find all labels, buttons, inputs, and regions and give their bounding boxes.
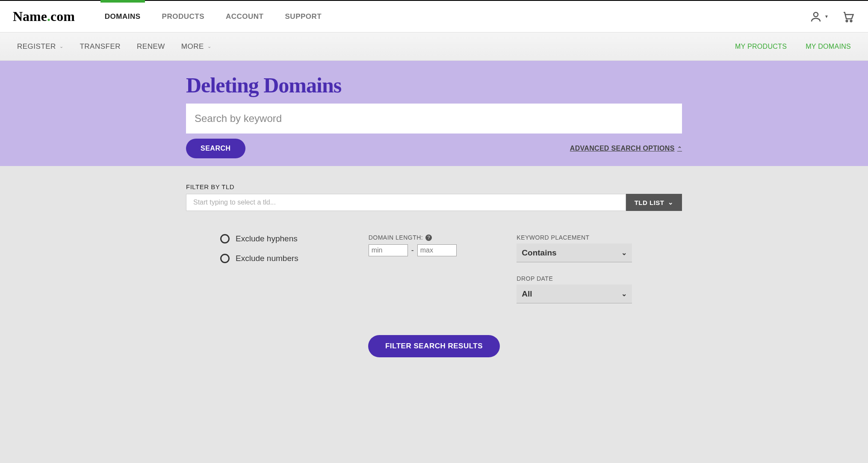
col-length: DOMAIN LENGTH: ? -: [369, 234, 500, 316]
link-my-domains[interactable]: MY DOMAINS: [806, 43, 851, 50]
drop-date-label: DROP DATE: [517, 275, 648, 282]
search-button[interactable]: SEARCH: [186, 139, 245, 158]
search-input[interactable]: [186, 104, 682, 134]
tld-input[interactable]: [186, 194, 626, 211]
caret-down-icon: ▼: [824, 14, 829, 19]
link-my-products[interactable]: MY PRODUCTS: [735, 43, 787, 50]
chevron-down-icon: ⌄: [668, 199, 674, 206]
logo-part1: Name: [13, 9, 47, 24]
subnav-transfer[interactable]: TRANSFER: [80, 42, 121, 51]
chevron-down-icon: ⌄: [59, 44, 64, 49]
subnav-register[interactable]: REGISTER ⌄: [17, 42, 63, 51]
advanced-search-label: ADVANCED SEARCH OPTIONS: [570, 145, 675, 152]
radio-icon: [220, 234, 230, 243]
keyword-placement-label: KEYWORD PLACEMENT: [517, 234, 648, 241]
chevron-down-icon: ⌄: [207, 44, 212, 49]
filter-search-button[interactable]: FILTER SEARCH RESULTS: [368, 335, 500, 357]
chevron-down-icon: ⌄: [621, 249, 627, 257]
sub-bar-right: MY PRODUCTS MY DOMAINS: [735, 43, 851, 50]
hero: Deleting Domains SEARCH ADVANCED SEARCH …: [0, 61, 868, 166]
domain-length-label: DOMAIN LENGTH: ?: [369, 234, 500, 241]
dash-separator: -: [411, 246, 414, 255]
advanced-search-toggle[interactable]: ADVANCED SEARCH OPTIONS ⌃: [570, 145, 682, 152]
logo-dot: .: [47, 9, 50, 24]
svg-point-0: [814, 12, 818, 17]
min-length-input[interactable]: [369, 244, 408, 256]
nav-account[interactable]: ACCOUNT: [226, 12, 264, 21]
drop-date-value: All: [522, 289, 532, 299]
exclude-hyphens-label: Exclude hyphens: [236, 234, 298, 243]
subnav-register-label: REGISTER: [17, 42, 56, 51]
filter-by-tld-label: FILTER BY TLD: [186, 183, 682, 190]
user-icon: [809, 9, 823, 24]
top-bar: Name.com DOMAINS PRODUCTS ACCOUNT SUPPOR…: [0, 0, 868, 33]
chevron-up-icon: ⌃: [677, 145, 682, 152]
tld-list-button[interactable]: TLD LIST ⌄: [626, 194, 682, 211]
nav-domains[interactable]: DOMAINS: [105, 12, 141, 21]
keyword-placement-select[interactable]: Contains ⌄: [517, 243, 632, 262]
length-inputs: -: [369, 244, 500, 256]
exclude-hyphens-option[interactable]: Exclude hyphens: [220, 234, 351, 243]
filters-panel: FILTER BY TLD TLD LIST ⌄ Exclude hyphens…: [0, 166, 868, 379]
logo[interactable]: Name.com: [13, 9, 75, 24]
col-exclude: Exclude hyphens Exclude numbers: [220, 234, 351, 316]
tld-list-label: TLD LIST: [635, 199, 664, 206]
top-nav: DOMAINS PRODUCTS ACCOUNT SUPPORT: [105, 12, 322, 21]
drop-date-select[interactable]: All ⌄: [517, 285, 632, 303]
cart-icon[interactable]: [841, 9, 855, 24]
account-menu[interactable]: ▼: [809, 9, 829, 24]
nav-products[interactable]: PRODUCTS: [162, 12, 204, 21]
svg-point-1: [846, 20, 848, 22]
svg-point-2: [850, 20, 852, 22]
subnav-more[interactable]: MORE ⌄: [181, 42, 212, 51]
radio-icon: [220, 254, 230, 263]
exclude-numbers-label: Exclude numbers: [236, 254, 298, 263]
sub-bar: REGISTER ⌄ TRANSFER RENEW MORE ⌄ MY PROD…: [0, 33, 868, 61]
sub-nav: REGISTER ⌄ TRANSFER RENEW MORE ⌄: [17, 42, 211, 51]
tld-row: TLD LIST ⌄: [186, 194, 682, 211]
col-selects: KEYWORD PLACEMENT Contains ⌄ DROP DATE A…: [517, 234, 648, 316]
top-bar-right: ▼: [809, 9, 855, 24]
exclude-numbers-option[interactable]: Exclude numbers: [220, 254, 351, 263]
chevron-down-icon: ⌄: [621, 290, 627, 298]
nav-support[interactable]: SUPPORT: [285, 12, 322, 21]
filter-button-wrap: FILTER SEARCH RESULTS: [186, 335, 682, 357]
filter-grid: Exclude hyphens Exclude numbers DOMAIN L…: [186, 234, 682, 316]
subnav-more-label: MORE: [181, 42, 204, 51]
page-title: Deleting Domains: [186, 73, 682, 98]
logo-part2: com: [50, 9, 75, 24]
max-length-input[interactable]: [417, 244, 457, 256]
keyword-placement-value: Contains: [522, 248, 556, 258]
help-icon[interactable]: ?: [425, 234, 432, 241]
subnav-renew[interactable]: RENEW: [137, 42, 165, 51]
